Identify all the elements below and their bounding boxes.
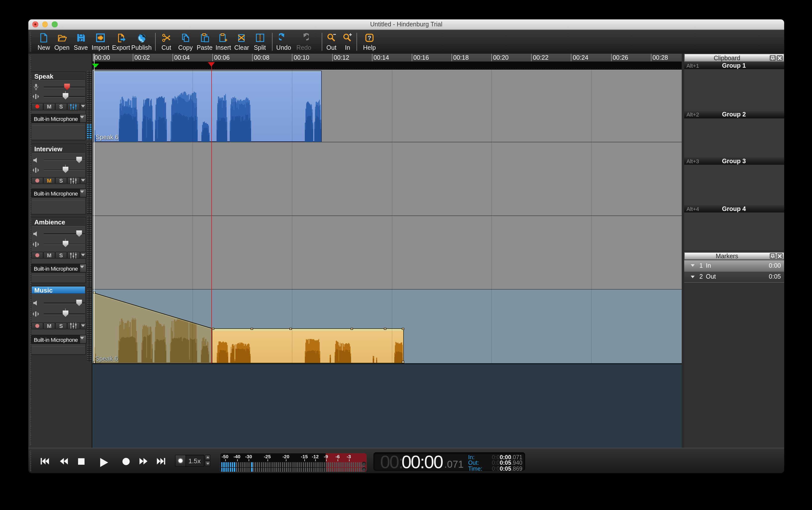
- svg-text:?: ?: [368, 34, 371, 41]
